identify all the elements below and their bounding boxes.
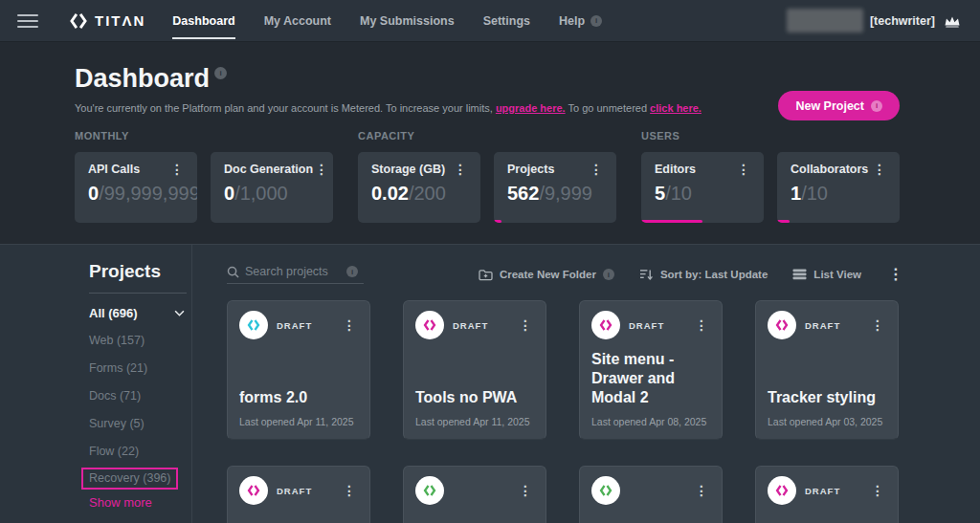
sidebar-item-survey[interactable]: Survey (5): [89, 409, 191, 437]
nav-item-my-submissions[interactable]: My Submissions: [360, 0, 455, 42]
plan-text-part1: You're currently on the Platform plan an…: [75, 102, 496, 114]
info-icon[interactable]: i: [214, 67, 227, 79]
status-badge: DRAFT: [277, 320, 332, 331]
stat-card-title: API Calls: [88, 163, 140, 176]
kebab-menu-icon[interactable]: ⋮: [693, 318, 710, 332]
info-icon: i: [603, 269, 614, 280]
stat-progress-bar: [777, 220, 790, 223]
kebab-menu-icon[interactable]: ⋮: [452, 163, 469, 176]
avatar: [415, 311, 444, 339]
nav-item-dashboard[interactable]: Dashboard: [172, 0, 234, 42]
hamburger-menu-icon[interactable]: [17, 14, 38, 28]
new-project-button[interactable]: New Project i: [778, 91, 900, 120]
project-card[interactable]: DRAFT ⋮: [227, 466, 370, 523]
stat-progress-bar: [494, 220, 501, 223]
sort-by-button[interactable]: Sort by: Last Update: [639, 269, 768, 281]
create-new-folder-button[interactable]: Create New Folder i: [479, 269, 614, 281]
project-card[interactable]: DRAFT ⋮ Tools no PWA Last opened Apr 11,…: [403, 300, 546, 440]
project-title: forms 2.0: [239, 388, 358, 407]
last-opened-date: Last opened Apr 08, 2025: [591, 416, 710, 427]
avatar: [591, 311, 620, 339]
sidebar-item-forms[interactable]: Forms (21): [89, 354, 191, 381]
status-badge: DRAFT: [453, 320, 508, 331]
nav-items: Dashboard My Account My Submissions Sett…: [172, 0, 602, 42]
sidebar-divider: [89, 293, 187, 294]
stat-group-users: USERS Editors ⋮ 5/10 Collaborators ⋮: [641, 130, 900, 223]
stat-used: 0: [88, 183, 99, 204]
project-title: Site menu - Drawer and Modal 2: [591, 350, 710, 407]
kebab-menu-icon[interactable]: ⋮: [588, 163, 605, 176]
kebab-menu-icon[interactable]: ⋮: [735, 163, 752, 176]
stat-card-api-calls: API Calls ⋮ 0/99,999,999: [75, 152, 197, 223]
sidebar-item-label: Docs (71): [89, 389, 141, 403]
sidebar-heading: Projects: [89, 261, 191, 282]
kebab-menu-icon[interactable]: ⋮: [869, 318, 886, 332]
avatar: [768, 311, 796, 339]
status-badge: DRAFT: [277, 486, 332, 496]
nav-item-help[interactable]: Help i: [559, 0, 602, 42]
nav-item-my-account[interactable]: My Account: [264, 0, 331, 42]
sidebar-item-docs[interactable]: Docs (71): [89, 381, 191, 409]
stat-card-title: Storage (GB): [371, 163, 445, 176]
project-card[interactable]: DRAFT ⋮ Tracker styling Last opened Apr …: [755, 300, 899, 440]
top-navigation-bar: TITΛN Dashboard My Account My Submission…: [0, 0, 980, 42]
sidebar-item-web[interactable]: Web (157): [89, 326, 191, 354]
upgrade-link[interactable]: upgrade here.: [496, 102, 566, 114]
kebab-menu-icon[interactable]: ⋮: [168, 163, 186, 176]
sidebar-item-label: Web (157): [89, 334, 145, 347]
search-icon: [227, 266, 239, 278]
sort-icon: [639, 269, 654, 281]
crown-icon: [944, 14, 961, 28]
toolbar-kebab-menu-icon[interactable]: ⋮: [886, 267, 905, 282]
kebab-menu-icon[interactable]: ⋮: [869, 484, 886, 497]
kebab-menu-icon[interactable]: ⋮: [517, 318, 534, 332]
sidebar-item-recovery[interactable]: Recovery (396): [89, 465, 191, 492]
stat-card-value: 5/10: [655, 183, 752, 205]
kebab-menu-icon[interactable]: ⋮: [871, 163, 888, 176]
kebab-menu-icon[interactable]: ⋮: [693, 484, 710, 497]
stat-group-label: CAPACITY: [358, 130, 616, 142]
project-card[interactable]: DRAFT ⋮: [755, 466, 899, 523]
stat-card-value: 0/99,999,999: [88, 183, 186, 205]
status-badge: DRAFT: [805, 320, 860, 331]
stat-limit: /200: [409, 183, 446, 204]
kebab-menu-icon[interactable]: ⋮: [517, 484, 534, 497]
search-field[interactable]: i: [227, 265, 364, 284]
user-role-label: [techwriter]: [870, 14, 935, 28]
stat-group-capacity: CAPACITY Storage (GB) ⋮ 0.02/200 Project…: [358, 130, 616, 223]
status-badge: DRAFT: [805, 486, 860, 496]
dashboard-summary-section: Dashboard i You're currently on the Plat…: [0, 42, 980, 244]
sidebar-filter-all[interactable]: All (696): [89, 306, 185, 320]
kebab-menu-icon[interactable]: ⋮: [341, 318, 358, 332]
sidebar-item-flow[interactable]: Flow (22): [89, 437, 191, 465]
info-icon: i: [346, 266, 358, 277]
project-card[interactable]: DRAFT ⋮ Site menu - Drawer and Modal 2 L…: [579, 300, 723, 440]
usage-stats-row: MONTHLY API Calls ⋮ 0/99,999,999 Doc Gen…: [75, 130, 900, 223]
project-card[interactable]: ⋮: [579, 466, 723, 523]
stat-limit: /9,999: [539, 183, 592, 204]
list-view-button[interactable]: List View: [792, 269, 861, 280]
sidebar-filter-list: Web (157) Forms (21) Docs (71) Survey (5…: [89, 326, 191, 492]
project-card[interactable]: DRAFT ⋮ forms 2.0 Last opened Apr 11, 20…: [227, 300, 370, 440]
unmetered-link[interactable]: click here.: [650, 102, 702, 114]
plan-text-part2: To go unmetered: [566, 102, 650, 114]
info-icon: i: [590, 15, 602, 27]
kebab-menu-icon[interactable]: ⋮: [313, 163, 330, 176]
projects-toolbar: i Create New Folder i: [227, 265, 980, 284]
create-new-folder-label: Create New Folder: [500, 269, 596, 280]
stat-group-label: MONTHLY: [75, 130, 333, 142]
search-input[interactable]: [245, 265, 341, 278]
stat-card-value: 562/9,999: [507, 183, 605, 205]
show-more-link[interactable]: Show more: [89, 495, 191, 510]
project-cards-grid: DRAFT ⋮ forms 2.0 Last opened Apr 11, 20…: [227, 300, 980, 523]
kebab-menu-icon[interactable]: ⋮: [341, 484, 358, 497]
nav-item-settings[interactable]: Settings: [483, 0, 530, 42]
brand-logo[interactable]: TITΛN: [69, 11, 145, 31]
brand-name: TITΛN: [95, 12, 145, 29]
project-card[interactable]: ⋮: [403, 466, 546, 523]
user-account-area[interactable]: [techwriter]: [787, 9, 961, 33]
stat-card-value: 1/10: [791, 183, 888, 205]
list-view-label: List View: [813, 269, 861, 280]
stat-card-storage: Storage (GB) ⋮ 0.02/200: [358, 152, 480, 223]
info-icon: i: [871, 100, 882, 112]
